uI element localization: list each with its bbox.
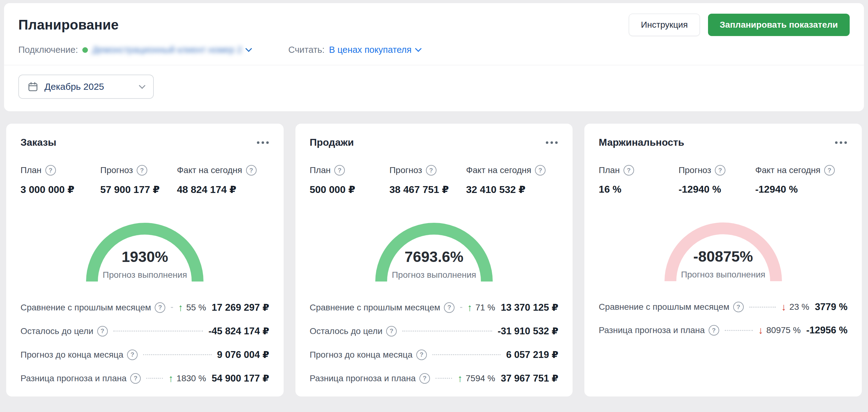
dotted-leader — [146, 378, 163, 379]
help-icon[interactable]: ? — [420, 373, 430, 384]
metric-label: Разница прогноза и плана — [21, 374, 126, 383]
help-icon[interactable]: ? — [97, 326, 108, 337]
metric-row: Прогноз до конца месяца? 9 076 004 ₽ — [21, 349, 269, 360]
price-mode-select[interactable]: Считать: В ценах покупателя — [288, 45, 421, 55]
stat-fact: Факт на сегодня? 48 824 174 ₽ — [177, 165, 269, 195]
help-icon[interactable]: ? — [824, 165, 835, 176]
metric-row: Сравнение с прошлым месяцем? ↑71 % 13 37… — [310, 302, 559, 313]
metric-row: Осталось до цели? -31 910 532 ₽ — [310, 325, 559, 337]
period-select[interactable]: Декабрь 2025 — [18, 74, 154, 99]
help-icon[interactable]: ? — [709, 325, 719, 336]
metric-label: Прогноз до конца месяца — [310, 350, 412, 360]
help-icon[interactable]: ? — [426, 165, 436, 176]
arrow-down-icon: ↓ — [781, 302, 786, 312]
chevron-down-icon — [245, 45, 252, 52]
stat-value: -12940 % — [755, 184, 847, 195]
instruction-button[interactable]: Инструкция — [629, 14, 700, 36]
stat-fact: Факт на сегодня? -12940 % — [755, 165, 847, 195]
price-mode-label: Считать: — [288, 45, 324, 55]
help-icon[interactable]: ? — [715, 165, 725, 176]
metric-label: Осталось до цели — [310, 326, 383, 336]
metric-label: Разница прогноза и плана — [599, 325, 705, 335]
help-icon[interactable]: ? — [623, 165, 634, 176]
arrow-up-icon: ↑ — [178, 303, 183, 313]
metric-row: Прогноз до конца месяца? 6 057 219 ₽ — [310, 349, 559, 360]
gauge-chart: 1930% Прогноз выполнения — [86, 223, 204, 282]
metric-label: Сравнение с прошлым месяцем — [310, 303, 440, 313]
stat-value: 38 467 751 ₽ — [389, 184, 466, 195]
trend-badge: ↑71 % — [467, 303, 495, 313]
help-icon[interactable]: ? — [416, 350, 427, 360]
page-title: Планирование — [18, 17, 119, 33]
stat-fact: Факт на сегодня? 32 410 532 ₽ — [466, 165, 558, 195]
stat-label: Прогноз — [100, 165, 133, 175]
stat-value: 57 900 177 ₽ — [100, 184, 177, 195]
trend-value: 23 % — [789, 302, 809, 312]
stat-value: 3 000 000 ₽ — [21, 184, 100, 195]
help-icon[interactable]: ? — [535, 165, 546, 176]
connection-label: Подключение: — [18, 45, 78, 55]
card-title: Маржинальность — [599, 137, 684, 148]
help-icon[interactable]: ? — [127, 350, 137, 360]
stat-plan: План? 500 000 ₽ — [310, 165, 390, 195]
metric-label: Прогноз до конца месяца — [21, 350, 123, 360]
card-metrics: Сравнение с прошлым месяцем? ↑55 % 17 26… — [21, 302, 269, 384]
help-icon[interactable]: ? — [386, 326, 397, 337]
connection-select[interactable]: Подключение: Демонстрационный клиент ном… — [18, 45, 251, 55]
stat-label: План — [21, 165, 42, 175]
metric-label: Сравнение с прошлым месяцем — [599, 302, 729, 312]
card-sales: Продажи План? 500 000 ₽ Прогноз? 38 467 … — [296, 124, 573, 397]
plan-metrics-button[interactable]: Запланировать показатели — [708, 14, 850, 36]
card-menu-button[interactable] — [834, 138, 847, 148]
stat-label: Прогноз — [389, 165, 422, 175]
metric-value: 13 370 125 ₽ — [501, 302, 558, 313]
dotted-leader — [725, 330, 753, 331]
help-icon[interactable]: ? — [45, 165, 56, 176]
dotted-leader — [402, 330, 492, 331]
help-icon[interactable]: ? — [444, 302, 455, 313]
card-header: Заказы — [21, 137, 269, 148]
header-panel: Планирование Инструкция Запланировать по… — [4, 3, 864, 111]
chevron-down-icon — [139, 82, 145, 89]
help-icon[interactable]: ? — [130, 373, 141, 384]
kpi-cards: Заказы План? 3 000 000 ₽ Прогноз? 57 900… — [4, 124, 864, 397]
help-icon[interactable]: ? — [155, 302, 165, 313]
trend-badge: ↓23 % — [781, 302, 809, 312]
help-icon[interactable]: ? — [246, 165, 257, 176]
metric-value: -31 910 532 ₽ — [498, 325, 559, 337]
metric-label: Разница прогноза и плана — [310, 374, 416, 383]
metric-row: Разница прогноза и плана? ↓80975 % -1295… — [599, 325, 847, 336]
trend-value: 1830 % — [177, 374, 206, 383]
stat-forecast: Прогноз? -12940 % — [679, 165, 755, 195]
trend-badge: ↑7594 % — [458, 374, 495, 383]
card-menu-button[interactable] — [256, 138, 269, 148]
metric-label: Осталось до цели — [21, 326, 94, 336]
card-title: Заказы — [21, 137, 56, 148]
period-row: Декабрь 2025 — [4, 65, 864, 111]
dotted-leader — [436, 378, 452, 379]
help-icon[interactable]: ? — [334, 165, 345, 176]
header-actions: Инструкция Запланировать показатели — [629, 14, 850, 36]
metric-row: Осталось до цели? -45 824 174 ₽ — [21, 325, 269, 337]
dotted-leader — [749, 307, 776, 308]
help-icon[interactable]: ? — [733, 302, 744, 312]
dotted-leader — [432, 354, 500, 355]
gauge-chart: -80875% Прогноз выполнения — [664, 222, 782, 282]
card-metrics: Сравнение с прошлым месяцем? ↓23 % 3779 … — [599, 302, 847, 336]
card-menu-button[interactable] — [545, 138, 558, 148]
filters-row: Подключение: Демонстрационный клиент ном… — [4, 36, 864, 65]
gauge-label: Прогноз выполнения — [86, 270, 204, 280]
card-stats: План? 16 % Прогноз? -12940 % Факт на сег… — [599, 165, 847, 195]
card-header: Маржинальность — [599, 137, 847, 148]
stat-value: 48 824 174 ₽ — [177, 184, 269, 195]
metric-value: 9 076 004 ₽ — [217, 349, 269, 360]
trend-badge: ↓80975 % — [758, 325, 801, 335]
gauge-label: Прогноз выполнения — [664, 270, 782, 280]
stat-label: Факт на сегодня — [177, 165, 242, 175]
gauge-label: Прогноз выполнения — [375, 270, 493, 280]
stat-label: Факт на сегодня — [466, 165, 531, 175]
help-icon[interactable]: ? — [137, 165, 147, 176]
gauge-value: 7693.6% — [375, 248, 493, 265]
dotted-leader — [114, 330, 203, 331]
metric-label: Сравнение с прошлым месяцем — [21, 303, 151, 313]
